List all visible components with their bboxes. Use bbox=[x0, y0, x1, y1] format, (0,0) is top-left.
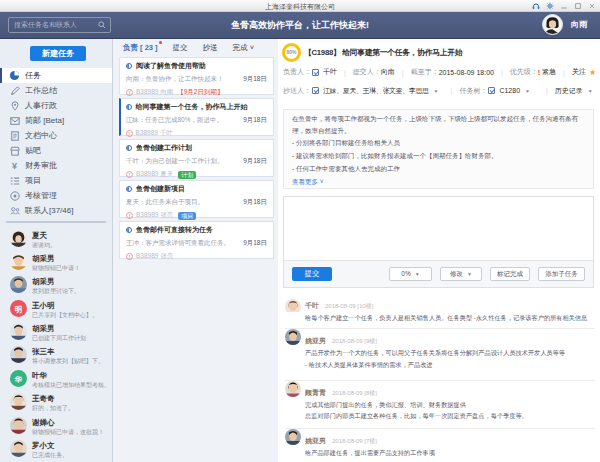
svg-text:明: 明 bbox=[15, 304, 22, 313]
svg-text:华: 华 bbox=[14, 375, 23, 384]
